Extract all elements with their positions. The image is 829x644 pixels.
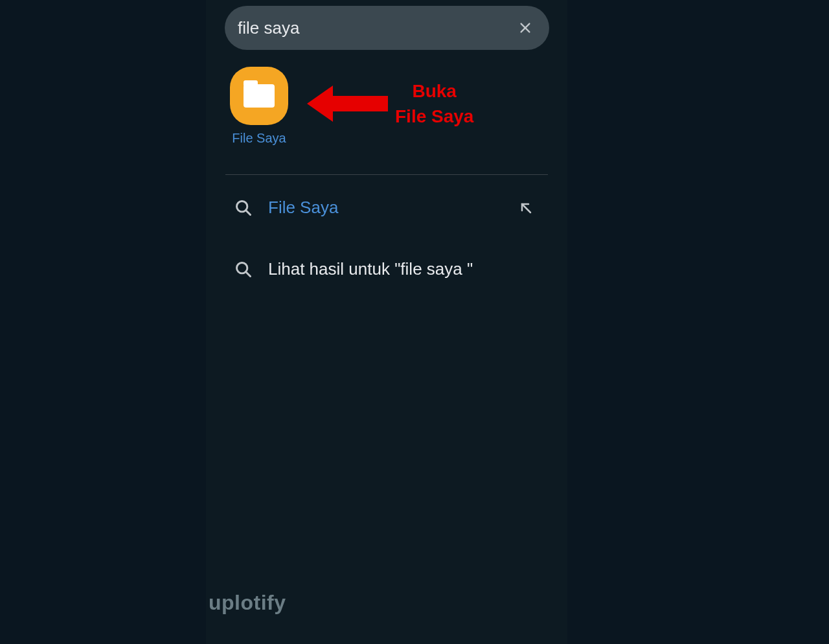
search-icon — [234, 260, 253, 279]
annotation-text: Buka File Saya — [395, 78, 473, 129]
folder-icon — [244, 84, 275, 108]
tutorial-annotation: Buka File Saya — [301, 78, 473, 130]
suggestion-text: Lihat hasil untuk "file saya " — [268, 259, 548, 279]
clear-search-button[interactable] — [514, 17, 536, 39]
svg-line-6 — [246, 271, 251, 276]
search-icon — [234, 199, 253, 217]
suggestion-text: File Saya — [268, 198, 518, 218]
search-bar[interactable] — [225, 6, 549, 50]
svg-line-4 — [522, 204, 530, 213]
insert-suggestion-button[interactable] — [518, 200, 534, 216]
arrow-left-icon — [301, 78, 391, 130]
close-icon — [518, 21, 532, 35]
divider — [225, 174, 548, 175]
search-suggestion[interactable]: Lihat hasil untuk "file saya " — [225, 259, 548, 279]
app-label: File Saya — [232, 131, 286, 146]
svg-line-3 — [246, 210, 251, 214]
watermark: uplotify — [209, 591, 286, 615]
search-input[interactable] — [238, 18, 514, 38]
app-result-file-saya[interactable]: File Saya — [230, 67, 288, 146]
arrow-up-left-icon — [518, 200, 534, 216]
file-manager-app-icon — [230, 67, 288, 125]
search-suggestion[interactable]: File Saya — [225, 198, 548, 218]
